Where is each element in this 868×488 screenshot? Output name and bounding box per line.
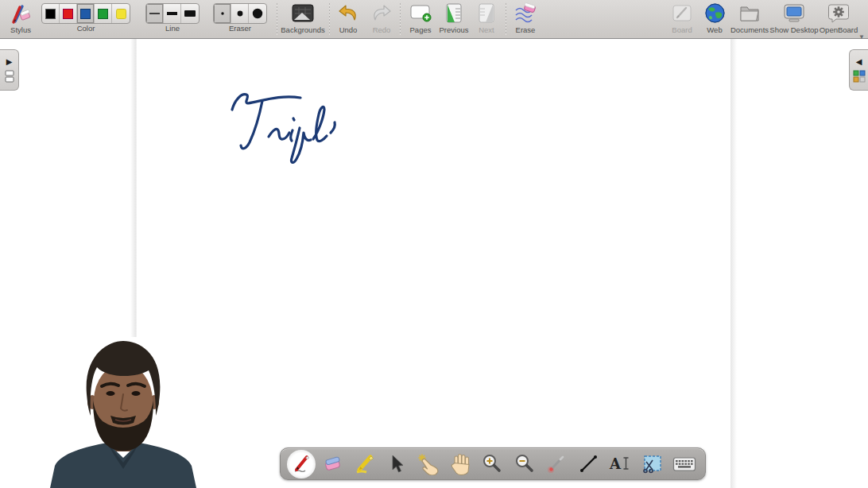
zoom-out-tool[interactable]	[510, 450, 539, 478]
cursor-arrow-icon	[387, 454, 406, 474]
keyboard-icon	[672, 455, 696, 473]
eraser-small-button[interactable]	[214, 4, 231, 23]
openboard-menu-label: OpenBoard	[820, 25, 858, 34]
eraser-group: Eraser	[210, 1, 270, 38]
line-tool[interactable]	[574, 450, 603, 478]
laser-pointer-icon	[546, 453, 568, 474]
line-thin-button[interactable]	[146, 4, 164, 23]
show-desktop-label: Show Desktop	[769, 25, 818, 34]
pan-tool[interactable]	[447, 450, 475, 478]
capture-scissors-icon	[641, 454, 663, 474]
pointing-hand-icon	[417, 453, 441, 475]
color-label: Color	[77, 24, 95, 33]
expand-left-arrow-icon: ◀	[856, 58, 862, 66]
interact-tool[interactable]	[415, 450, 444, 478]
erase-icon	[513, 1, 537, 25]
previous-page-icon	[444, 1, 463, 25]
documents-folder-icon	[738, 1, 761, 25]
webcam-presenter-video	[44, 337, 203, 488]
backgrounds-button[interactable]: Backgrounds	[280, 1, 326, 38]
svg-text:A: A	[609, 455, 622, 472]
documents-mode-button[interactable]: Documents	[728, 1, 771, 38]
handwriting-ink-tripl: Tripl	[225, 87, 352, 166]
line-medium-button[interactable]	[164, 4, 181, 23]
virtual-keyboard-tool[interactable]	[670, 450, 699, 478]
previous-page-button[interactable]: Previous	[436, 1, 472, 38]
text-tool[interactable]: A	[606, 450, 634, 478]
toolbar-separator	[506, 3, 506, 35]
color-swatch-red[interactable]	[60, 4, 77, 23]
undo-label: Undo	[339, 25, 358, 34]
redo-icon	[370, 1, 393, 25]
stylus-icon	[9, 1, 33, 25]
stylus-tool[interactable]: Stylus	[3, 1, 38, 38]
documents-mode-label: Documents	[730, 25, 769, 34]
next-page-button[interactable]: Next	[472, 1, 501, 38]
eraser-tool[interactable]	[319, 450, 347, 478]
zoom-in-icon	[482, 453, 503, 474]
pages-button[interactable]: Pages	[403, 1, 438, 38]
color-swatch-green[interactable]	[95, 4, 112, 23]
undo-button[interactable]: Undo	[331, 1, 365, 38]
highlighter-icon	[354, 453, 376, 474]
backgrounds-icon	[291, 1, 315, 25]
eraser-icon	[322, 454, 344, 474]
eraser-medium-button[interactable]	[231, 4, 249, 23]
line-icon	[579, 454, 599, 474]
library-icon	[853, 70, 866, 83]
color-swatch-yellow[interactable]	[112, 4, 130, 23]
redo-button[interactable]: Redo	[365, 1, 398, 38]
web-mode-button[interactable]: Web	[699, 1, 730, 38]
left-drawer-toggle[interactable]: ▶	[0, 49, 19, 91]
toolbar-separator	[400, 3, 401, 35]
bottom-tool-dock: A	[280, 447, 706, 480]
page-thumbnails-icon	[4, 70, 15, 83]
next-page-icon	[477, 1, 496, 25]
next-page-label: Next	[479, 25, 494, 34]
toolbar-separator	[277, 3, 277, 35]
capture-tool[interactable]	[638, 450, 667, 478]
presenter-portrait	[44, 337, 203, 488]
openboard-menu-caret-icon[interactable]: ▼	[858, 33, 865, 41]
web-globe-icon	[704, 1, 726, 25]
open-hand-icon	[450, 453, 471, 475]
text-icon: A	[609, 454, 631, 474]
pen-tool[interactable]	[287, 450, 316, 478]
show-desktop-icon	[782, 1, 806, 25]
show-desktop-button[interactable]: Show Desktop	[768, 1, 820, 38]
laser-pointer-tool[interactable]	[542, 450, 571, 478]
erase-button[interactable]: Erase	[508, 1, 543, 38]
color-swatch-black[interactable]	[42, 4, 60, 23]
web-mode-label: Web	[707, 25, 722, 34]
color-swatch-blue[interactable]	[77, 4, 95, 23]
board-mode-button[interactable]: Board	[665, 1, 699, 38]
stylus-label: Stylus	[10, 25, 31, 34]
openboard-menu-button[interactable]: OpenBoard	[816, 1, 862, 38]
color-group: Color	[40, 1, 132, 38]
top-toolbar: Stylus Color	[0, 0, 868, 39]
pages-label: Pages	[410, 25, 432, 34]
erase-label: Erase	[516, 25, 536, 34]
eraser-label: Eraser	[229, 24, 251, 33]
pen-icon	[291, 453, 312, 474]
line-group: Line	[144, 1, 201, 38]
line-label: Line	[165, 24, 180, 33]
redo-label: Redo	[373, 25, 391, 34]
openboard-gear-icon	[827, 1, 850, 25]
right-drawer-toggle[interactable]: ◀	[849, 49, 868, 91]
undo-icon	[337, 1, 359, 25]
zoom-in-tool[interactable]	[479, 450, 507, 478]
backgrounds-label: Backgrounds	[281, 25, 324, 34]
eraser-large-button[interactable]	[249, 4, 266, 23]
previous-page-label: Previous	[440, 25, 469, 34]
board-mode-icon	[671, 1, 693, 25]
highlighter-tool[interactable]	[351, 450, 379, 478]
page-right-edge	[730, 39, 737, 488]
toolbar-separator	[329, 3, 330, 35]
pages-icon	[409, 1, 432, 25]
selector-tool[interactable]	[382, 450, 411, 478]
board-mode-label: Board	[672, 25, 692, 34]
expand-right-arrow-icon: ▶	[6, 58, 13, 66]
line-thick-button[interactable]	[181, 4, 199, 23]
zoom-out-icon	[514, 453, 536, 474]
